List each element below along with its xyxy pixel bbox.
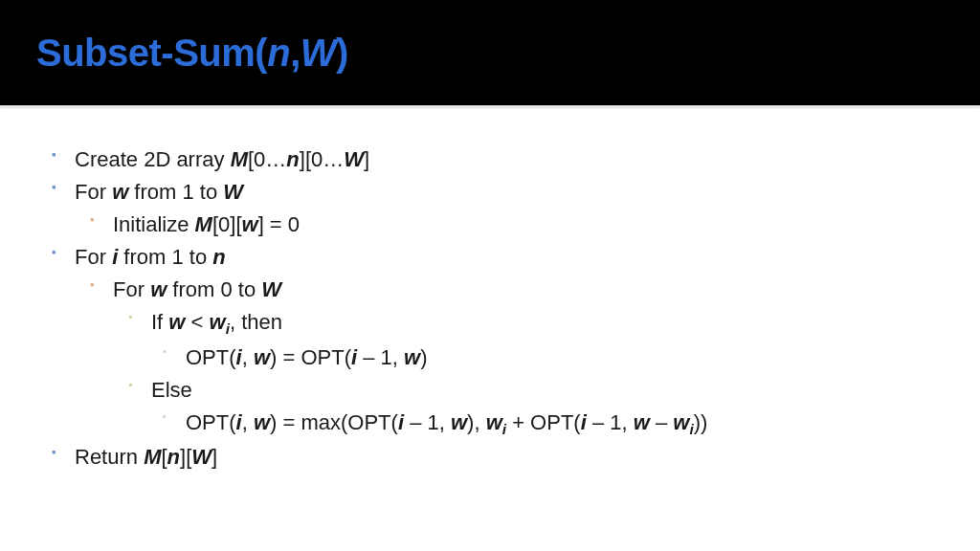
pseudocode-list: Create 2D array M[0…n][0…W] For w from 1… [48,143,932,474]
line-else: Else OPT(i, w) = max(OPT(i – 1, w), wi +… [124,374,932,441]
line-return: Return M[n][W] [48,441,932,474]
slide: Subset-Sum(n,W) Create 2D array M[0…n][0… [0,0,980,551]
slide-body: Create 2D array M[0…n][0…W] For w from 1… [0,107,980,493]
slide-title: Subset-Sum(n,W) [36,32,348,75]
line-opt-case2: OPT(i, w) = max(OPT(i – 1, w), wi + OPT(… [159,407,932,441]
title-arg-w: W [301,32,336,74]
line-for-i: For i from 1 to n For w from 0 to W If w… [48,241,932,441]
title-suffix: ) [336,32,348,74]
slide-header: Subset-Sum(n,W) [0,0,980,105]
line-for-w-inner: For w from 0 to W If w < wi, then OPT(i,… [86,274,932,441]
title-prefix: Subset-Sum( [36,32,267,74]
title-arg-n: n [267,32,290,74]
line-opt-case1: OPT(i, w) = OPT(i – 1, w) [159,342,932,374]
line-create-array: Create 2D array M[0…n][0…W] [48,143,932,176]
line-for-w: For w from 1 to W Initialize M[0][w] = 0 [48,176,932,241]
line-init-m: Initialize M[0][w] = 0 [86,209,932,241]
line-if-cond: If w < wi, then OPT(i, w) = OPT(i – 1, w… [124,306,932,373]
title-sep: , [290,32,301,74]
